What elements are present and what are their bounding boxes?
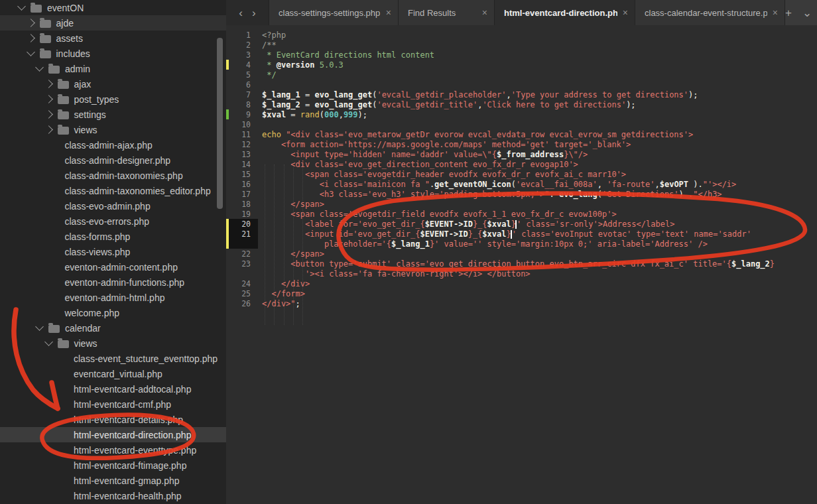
code-line[interactable]: 11echo "<div class='evo_metarow_getDr ev… xyxy=(226,129,817,139)
tree-item-html-eventcard-direction.php[interactable]: html-eventcard-direction.php xyxy=(0,427,226,442)
code-line[interactable]: 3 * EventCard directions html content xyxy=(226,50,817,60)
line-number: 14 xyxy=(226,160,251,169)
gutter xyxy=(226,269,258,279)
line-number: 5 xyxy=(226,70,251,80)
tree-item-label: html-eventcard-cmf.php xyxy=(74,399,171,410)
code-line[interactable]: 17 <h3 class='evo_h3' style='padding-bot… xyxy=(226,189,817,199)
tree-item-class-admin-taxonomies_editor.php[interactable]: class-admin-taxonomies_editor.php xyxy=(0,183,226,198)
code-line[interactable]: 16 <i class='mainicon fa ".get_eventON_i… xyxy=(226,179,817,189)
code-token: $xval xyxy=(262,110,286,119)
code-line[interactable]: 24 </div> xyxy=(226,279,817,288)
tree-item-class-evo-admin.php[interactable]: class-evo-admin.php xyxy=(0,198,226,214)
tab-bar-extra: + ⌄ xyxy=(785,0,817,25)
code-line[interactable]: 15 <span class='evogetdir_header evodfx … xyxy=(226,169,817,179)
tree-item-assets[interactable]: assets xyxy=(0,31,226,46)
code-line[interactable]: 18 </span> xyxy=(226,199,817,209)
code-line[interactable]: 22 </span> xyxy=(226,249,817,259)
gutter: 6 xyxy=(226,80,258,90)
line-number: 4 xyxy=(226,60,251,70)
code-line[interactable]: 8$_lang_2 = evo_lang_get('evcalL_getdir_… xyxy=(226,99,817,109)
tree-item-class-admin-ajax.php[interactable]: class-admin-ajax.php xyxy=(0,137,226,153)
tree-item-html-eventcard-addtocal.php[interactable]: html-eventcard-addtocal.php xyxy=(0,381,226,397)
tree-item-class-admin-taxonomies.php[interactable]: class-admin-taxonomies.php xyxy=(0,168,226,183)
code-token: ' class='evoInput evotac' type='text' na… xyxy=(512,229,751,239)
nav-back-button[interactable]: ‹ xyxy=(239,7,243,19)
tree-item-html-eventcard-gmap.php[interactable]: html-eventcard-gmap.php xyxy=(0,473,226,488)
tree-item-class-event_stucture_eventtop.php[interactable]: class-event_stucture_eventtop.php xyxy=(0,351,226,366)
code-line[interactable]: 14 <div class='evo_get_direction_content… xyxy=(226,159,817,169)
code-token: </div>" xyxy=(262,299,296,308)
tab-overflow-button[interactable]: ⌄ xyxy=(802,7,812,19)
tree-item-class-views.php[interactable]: class-views.php xyxy=(0,244,226,259)
code-line[interactable]: 23 <button type='submit' class='evo_get_… xyxy=(226,259,817,269)
tree-item-views[interactable]: views xyxy=(0,122,226,137)
code-text: <span class='evogetdir_header evodfx evo… xyxy=(262,170,626,179)
tree-item-class-evo-errors.php[interactable]: class-evo-errors.php xyxy=(0,214,226,229)
code-line[interactable]: 13 <input type='hidden' name='daddr' val… xyxy=(226,149,817,159)
tree-item-admin[interactable]: admin xyxy=(0,61,226,76)
line-number: 25 xyxy=(226,289,251,298)
tab-close-icon[interactable]: × xyxy=(773,7,778,18)
chevron-down-icon xyxy=(35,63,44,72)
chevron-down-icon xyxy=(27,48,35,56)
code-line[interactable]: 4 * @version 5.0.3 xyxy=(226,60,817,70)
tree-item-html-eventcard-health.php[interactable]: html-eventcard-health.php xyxy=(0,488,226,503)
tab-html-eventcard-direction.php[interactable]: html-eventcard-direction.php× xyxy=(495,0,635,25)
code-line[interactable]: 19 <span class='evogetdir_field evodfx e… xyxy=(226,209,817,219)
code-line[interactable]: '><i class='fa fa-chevron-right'></i> </… xyxy=(226,269,817,279)
tree-item-html-eventcard-eventtype.php[interactable]: html-eventcard-eventtype.php xyxy=(0,442,226,458)
code-line[interactable]: 1<?php xyxy=(226,30,817,40)
line-number: 3 xyxy=(226,50,251,60)
code-token: ; xyxy=(296,299,300,308)
code-line[interactable]: 6 xyxy=(226,80,817,90)
tree-item-eventON[interactable]: eventON xyxy=(0,0,226,15)
tree-item-calendar[interactable]: calendar xyxy=(0,320,226,336)
tab-close-icon[interactable]: × xyxy=(386,7,391,18)
tree-item-includes[interactable]: includes xyxy=(0,46,226,61)
chevron-down-icon xyxy=(44,338,53,346)
tree-item-html-eventcard-cmf.php[interactable]: html-eventcard-cmf.php xyxy=(0,397,226,412)
tree-item-views[interactable]: views xyxy=(0,336,226,351)
code-line[interactable]: 10 xyxy=(226,119,817,129)
tree-item-html-eventcard-details.php[interactable]: html-eventcard-details.php xyxy=(0,412,226,427)
code-line[interactable]: 12 <form action='https://maps.google.com… xyxy=(226,139,817,149)
code-token: }' value='' style='margin:10px 0;' aria-… xyxy=(430,239,708,249)
tree-item-ajax[interactable]: ajax xyxy=(0,76,226,92)
code-line[interactable]: 26</div>"; xyxy=(226,298,817,308)
line-number: 26 xyxy=(226,299,251,308)
code-line[interactable]: placeholder='{$_lang_1}' value='' style=… xyxy=(226,239,817,249)
tree-item-html-eventcard-ftimage.php[interactable]: html-eventcard-ftimage.php xyxy=(0,458,226,473)
tab-close-icon[interactable]: × xyxy=(482,7,487,18)
new-tab-button[interactable]: + xyxy=(785,7,792,19)
tree-item-welcome.php[interactable]: welcome.php xyxy=(0,305,226,320)
code-line[interactable]: 20 <label for='evo_get_dir_{$EVENT->ID}_… xyxy=(226,219,817,229)
sidebar-scrollbar-thumb[interactable] xyxy=(217,38,223,209)
tree-item-eventcard_virtual.php[interactable]: eventcard_virtual.php xyxy=(0,366,226,381)
tree-item-settings[interactable]: settings xyxy=(0,107,226,122)
tree-item-post_types[interactable]: post_types xyxy=(0,92,226,107)
tree-item-ajde[interactable]: ajde xyxy=(0,15,226,31)
code-token: $EVENT->ID xyxy=(425,220,473,229)
tab-close-icon[interactable]: × xyxy=(623,7,628,18)
code-line[interactable]: 9$xval = rand(000,999); xyxy=(226,109,817,119)
tab-class-settings-settings.php[interactable]: class-settings-settings.php× xyxy=(269,0,399,25)
tab-class-calendar-event-structure.php[interactable]: class-calendar-event-structure.php× xyxy=(635,0,785,25)
code-token: 'Get Directions' xyxy=(602,190,679,199)
code-line[interactable]: 25 </form> xyxy=(226,288,817,298)
code-line[interactable]: 5 */ xyxy=(226,70,817,80)
tab-Find Results[interactable]: Find Results× xyxy=(399,0,495,25)
code-line[interactable]: 2/** xyxy=(226,40,817,50)
tree-item-eventon-admin-html.php[interactable]: eventon-admin-html.php xyxy=(0,290,226,305)
gutter: 7 xyxy=(226,90,258,99)
gutter: 20 xyxy=(226,219,258,229)
code-area[interactable]: 1<?php2/**3 * EventCard directions html … xyxy=(226,25,817,308)
tree-item-class-admin-designer.php[interactable]: class-admin-designer.php xyxy=(0,153,226,168)
tree-item-eventon-admin-content.php[interactable]: eventon-admin-content.php xyxy=(0,259,226,275)
tree-item-class-forms.php[interactable]: class-forms.php xyxy=(0,229,226,244)
nav-forward-button[interactable]: › xyxy=(252,7,256,19)
code-line[interactable]: 7$_lang_1 = evo_lang_get('evcalL_getdir_… xyxy=(226,90,817,99)
editor[interactable]: 1<?php2/**3 * EventCard directions html … xyxy=(226,25,817,504)
tree-item-eventon-admin-functions.php[interactable]: eventon-admin-functions.php xyxy=(0,275,226,290)
code-line[interactable]: 21 <input id='evo_get_dir_{$EVENT->ID}_{… xyxy=(226,229,817,239)
tree-item-label: class-admin-taxonomies.php xyxy=(65,170,183,181)
